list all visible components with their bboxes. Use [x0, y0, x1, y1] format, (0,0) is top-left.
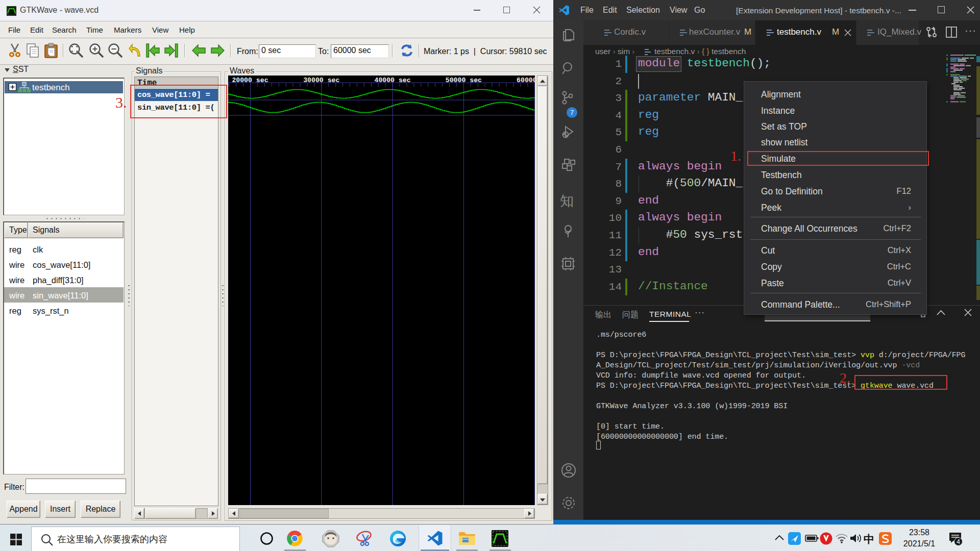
svg-text:50000 sec: 50000 sec	[446, 77, 482, 84]
svg-text:30000 sec: 30000 sec	[303, 77, 339, 84]
svg-text:40000 sec: 40000 sec	[374, 77, 410, 84]
svg-text:60000 sec: 60000 sec	[517, 77, 535, 84]
svg-text:20000 sec: 20000 sec	[232, 77, 268, 84]
